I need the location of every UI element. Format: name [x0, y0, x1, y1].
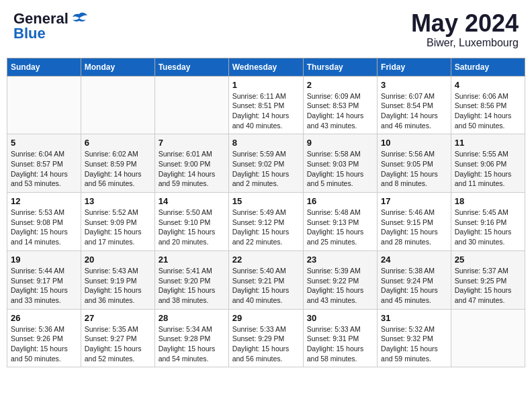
day-cell: 21Sunrise: 5:41 AM Sunset: 9:20 PM Dayli… — [154, 250, 228, 309]
day-info: Sunrise: 5:41 AM Sunset: 9:20 PM Dayligh… — [159, 266, 225, 306]
day-cell: 25Sunrise: 5:37 AM Sunset: 9:25 PM Dayli… — [451, 250, 525, 309]
week-row-5: 26Sunrise: 5:36 AM Sunset: 9:26 PM Dayli… — [7, 309, 525, 367]
day-number: 10 — [381, 138, 447, 148]
day-info: Sunrise: 5:45 AM Sunset: 9:16 PM Dayligh… — [455, 208, 521, 247]
day-number: 23 — [307, 255, 373, 265]
day-cell: 18Sunrise: 5:45 AM Sunset: 9:16 PM Dayli… — [451, 193, 525, 251]
day-number: 17 — [381, 196, 447, 206]
day-info: Sunrise: 5:48 AM Sunset: 9:13 PM Dayligh… — [307, 208, 373, 247]
day-cell: 30Sunrise: 5:33 AM Sunset: 9:31 PM Dayli… — [303, 309, 377, 367]
column-header-wednesday: Wednesday — [228, 58, 303, 76]
day-number: 14 — [159, 196, 225, 206]
day-cell: 3Sunrise: 6:07 AM Sunset: 8:54 PM Daylig… — [378, 76, 451, 134]
day-info: Sunrise: 5:56 AM Sunset: 9:05 PM Dayligh… — [381, 149, 447, 189]
week-row-3: 12Sunrise: 5:53 AM Sunset: 9:08 PM Dayli… — [7, 193, 525, 251]
day-info: Sunrise: 6:07 AM Sunset: 8:54 PM Dayligh… — [381, 91, 447, 131]
day-info: Sunrise: 5:35 AM Sunset: 9:27 PM Dayligh… — [85, 324, 151, 364]
day-cell: 7Sunrise: 6:01 AM Sunset: 9:00 PM Daylig… — [154, 134, 228, 193]
day-cell: 14Sunrise: 5:50 AM Sunset: 9:10 PM Dayli… — [154, 193, 228, 251]
day-number: 2 — [307, 80, 373, 90]
day-number: 19 — [11, 255, 77, 265]
logo-bird-icon — [70, 11, 89, 26]
day-number: 5 — [11, 138, 77, 148]
day-info: Sunrise: 5:38 AM Sunset: 9:24 PM Dayligh… — [381, 266, 447, 306]
day-cell: 1Sunrise: 6:11 AM Sunset: 8:51 PM Daylig… — [228, 76, 303, 134]
day-number: 16 — [307, 196, 373, 206]
day-number: 25 — [455, 255, 521, 265]
day-cell: 23Sunrise: 5:39 AM Sunset: 9:22 PM Dayli… — [303, 250, 377, 309]
day-info: Sunrise: 6:09 AM Sunset: 8:53 PM Dayligh… — [307, 91, 373, 131]
day-info: Sunrise: 5:39 AM Sunset: 9:22 PM Dayligh… — [307, 266, 373, 306]
day-cell: 20Sunrise: 5:43 AM Sunset: 9:19 PM Dayli… — [81, 250, 154, 309]
day-info: Sunrise: 5:55 AM Sunset: 9:06 PM Dayligh… — [455, 149, 521, 189]
day-cell: 28Sunrise: 5:34 AM Sunset: 9:28 PM Dayli… — [154, 309, 228, 367]
day-info: Sunrise: 5:36 AM Sunset: 9:26 PM Dayligh… — [11, 324, 77, 364]
day-cell: 15Sunrise: 5:49 AM Sunset: 9:12 PM Dayli… — [228, 193, 303, 251]
day-info: Sunrise: 5:33 AM Sunset: 9:29 PM Dayligh… — [232, 324, 300, 364]
day-number: 31 — [381, 313, 447, 323]
day-number: 8 — [232, 138, 300, 148]
day-cell: 11Sunrise: 5:55 AM Sunset: 9:06 PM Dayli… — [451, 134, 525, 193]
column-header-saturday: Saturday — [451, 58, 525, 76]
column-header-thursday: Thursday — [303, 58, 377, 76]
day-cell — [154, 76, 228, 134]
day-info: Sunrise: 5:32 AM Sunset: 9:32 PM Dayligh… — [381, 324, 447, 364]
day-info: Sunrise: 5:59 AM Sunset: 9:02 PM Dayligh… — [232, 149, 300, 189]
calendar-subtitle: Biwer, Luxembourg — [411, 37, 519, 49]
day-cell: 27Sunrise: 5:35 AM Sunset: 9:27 PM Dayli… — [81, 309, 154, 367]
day-info: Sunrise: 5:43 AM Sunset: 9:19 PM Dayligh… — [85, 266, 151, 306]
day-cell: 17Sunrise: 5:46 AM Sunset: 9:15 PM Dayli… — [378, 193, 451, 251]
day-number: 13 — [85, 196, 151, 206]
day-info: Sunrise: 5:37 AM Sunset: 9:25 PM Dayligh… — [455, 266, 521, 306]
day-info: Sunrise: 5:58 AM Sunset: 9:03 PM Dayligh… — [307, 149, 373, 189]
day-cell: 5Sunrise: 6:04 AM Sunset: 8:57 PM Daylig… — [7, 134, 81, 193]
day-number: 1 — [232, 80, 300, 90]
day-info: Sunrise: 6:01 AM Sunset: 9:00 PM Dayligh… — [159, 149, 225, 189]
logo: General Blue — [13, 10, 89, 42]
day-cell: 2Sunrise: 6:09 AM Sunset: 8:53 PM Daylig… — [303, 76, 377, 134]
calendar-title: May 2024 — [411, 10, 519, 37]
day-cell: 12Sunrise: 5:53 AM Sunset: 9:08 PM Dayli… — [7, 193, 81, 251]
day-cell: 4Sunrise: 6:06 AM Sunset: 8:56 PM Daylig… — [451, 76, 525, 134]
day-cell: 19Sunrise: 5:44 AM Sunset: 9:17 PM Dayli… — [7, 250, 81, 309]
day-cell: 6Sunrise: 6:02 AM Sunset: 8:59 PM Daylig… — [81, 134, 154, 193]
day-number: 20 — [85, 255, 151, 265]
column-header-friday: Friday — [378, 58, 451, 76]
week-row-2: 5Sunrise: 6:04 AM Sunset: 8:57 PM Daylig… — [7, 134, 525, 193]
week-row-1: 1Sunrise: 6:11 AM Sunset: 8:51 PM Daylig… — [7, 76, 525, 134]
day-cell: 31Sunrise: 5:32 AM Sunset: 9:32 PM Dayli… — [378, 309, 451, 367]
day-number: 29 — [232, 313, 300, 323]
day-number: 26 — [11, 313, 77, 323]
day-cell — [451, 309, 525, 367]
day-info: Sunrise: 6:06 AM Sunset: 8:56 PM Dayligh… — [455, 91, 521, 131]
column-header-sunday: Sunday — [7, 58, 81, 76]
day-cell: 13Sunrise: 5:52 AM Sunset: 9:09 PM Dayli… — [81, 193, 154, 251]
calendar-table: SundayMondayTuesdayWednesdayThursdayFrid… — [7, 58, 525, 368]
day-cell: 9Sunrise: 5:58 AM Sunset: 9:03 PM Daylig… — [303, 134, 377, 193]
day-number: 24 — [381, 255, 447, 265]
day-info: Sunrise: 5:52 AM Sunset: 9:09 PM Dayligh… — [85, 208, 151, 247]
day-number: 18 — [455, 196, 521, 206]
day-info: Sunrise: 5:50 AM Sunset: 9:10 PM Dayligh… — [159, 208, 225, 247]
day-number: 12 — [11, 196, 77, 206]
day-number: 15 — [232, 196, 300, 206]
day-info: Sunrise: 5:49 AM Sunset: 9:12 PM Dayligh… — [232, 208, 300, 247]
day-info: Sunrise: 5:46 AM Sunset: 9:15 PM Dayligh… — [381, 208, 447, 247]
day-info: Sunrise: 5:34 AM Sunset: 9:28 PM Dayligh… — [159, 324, 225, 364]
header-row: SundayMondayTuesdayWednesdayThursdayFrid… — [7, 58, 525, 76]
day-cell — [81, 76, 154, 134]
day-info: Sunrise: 6:04 AM Sunset: 8:57 PM Dayligh… — [11, 149, 77, 189]
day-number: 30 — [307, 313, 373, 323]
day-cell: 22Sunrise: 5:40 AM Sunset: 9:21 PM Dayli… — [228, 250, 303, 309]
day-cell: 29Sunrise: 5:33 AM Sunset: 9:29 PM Dayli… — [228, 309, 303, 367]
day-number: 3 — [381, 80, 447, 90]
day-info: Sunrise: 6:02 AM Sunset: 8:59 PM Dayligh… — [85, 149, 151, 189]
day-cell: 10Sunrise: 5:56 AM Sunset: 9:05 PM Dayli… — [378, 134, 451, 193]
day-number: 28 — [159, 313, 225, 323]
day-cell — [7, 76, 81, 134]
column-header-monday: Monday — [81, 58, 154, 76]
day-cell: 8Sunrise: 5:59 AM Sunset: 9:02 PM Daylig… — [228, 134, 303, 193]
day-cell: 16Sunrise: 5:48 AM Sunset: 9:13 PM Dayli… — [303, 193, 377, 251]
day-cell: 24Sunrise: 5:38 AM Sunset: 9:24 PM Dayli… — [378, 250, 451, 309]
title-block: May 2024 Biwer, Luxembourg — [411, 10, 519, 49]
